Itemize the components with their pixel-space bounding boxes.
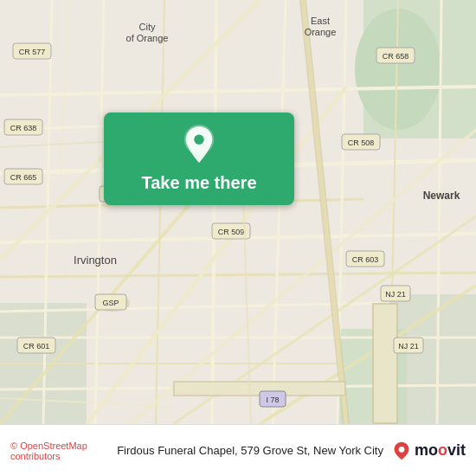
svg-text:CR 601: CR 601 [23, 342, 50, 351]
svg-text:CR 665: CR 665 [10, 173, 37, 182]
bottom-bar: © OpenStreetMap contributors Firdous Fun… [0, 424, 476, 476]
svg-text:CR 508: CR 508 [348, 138, 375, 147]
svg-text:NJ 21: NJ 21 [398, 342, 419, 351]
moovit-text: moovit [415, 441, 466, 460]
location-text: Firdous Funeral Chapel, 579 Grove St, Ne… [117, 444, 383, 457]
svg-text:GSP: GSP [102, 299, 119, 307]
svg-rect-33 [374, 305, 396, 422]
svg-text:CR 577: CR 577 [19, 48, 46, 56]
openstreetmap-link[interactable]: OpenStreetMap contributors [10, 441, 87, 461]
svg-text:NJ 21: NJ 21 [385, 290, 406, 299]
svg-text:of Orange: of Orange [126, 33, 169, 43]
svg-text:CR 658: CR 658 [383, 52, 409, 61]
map-container: CR 577 CR 638 CR 665 CR 510 CR 509 CR 50… [0, 0, 476, 424]
moovit-pin-icon [392, 441, 411, 460]
copyright-symbol: © [10, 441, 17, 451]
svg-point-76 [399, 446, 405, 452]
svg-text:CR 603: CR 603 [352, 255, 379, 264]
svg-text:Orange: Orange [305, 27, 337, 37]
svg-text:East: East [311, 16, 330, 26]
svg-text:CR 509: CR 509 [218, 228, 245, 236]
moovit-logo: moovit [392, 441, 466, 460]
svg-text:I 78: I 78 [266, 396, 279, 404]
location-pin-icon [182, 125, 216, 166]
svg-text:City: City [139, 22, 156, 32]
svg-point-75 [194, 135, 204, 145]
take-me-there-label: Take me there [141, 173, 256, 193]
svg-text:CR 638: CR 638 [10, 124, 37, 132]
svg-text:Newark: Newark [423, 190, 460, 202]
take-me-there-button[interactable]: Take me there [104, 113, 294, 205]
svg-text:Irvington: Irvington [74, 254, 117, 267]
copyright-text: © OpenStreetMap contributors [10, 441, 110, 461]
